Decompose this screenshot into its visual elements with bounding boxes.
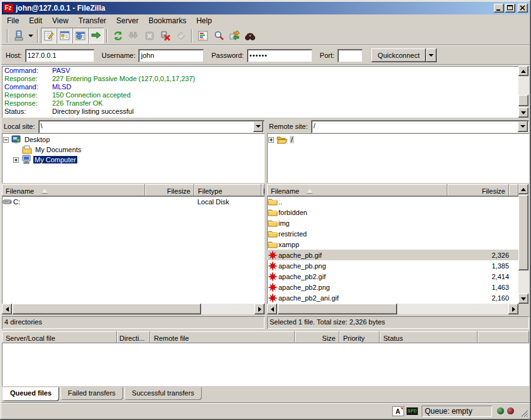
remote-hscrollbar[interactable]: [267, 304, 518, 314]
quickconnect-dropdown[interactable]: [426, 48, 437, 62]
port-input[interactable]: [337, 49, 363, 62]
scroll-left-button[interactable]: [2, 304, 12, 314]
close-icon: [518, 4, 528, 13]
receive-activity-led: [507, 407, 514, 414]
column-header-remote-file[interactable]: Remote file: [150, 331, 295, 343]
expand-icon[interactable]: [268, 137, 274, 143]
table-row-selected[interactable]: apache_pb.gif 2,326: [267, 250, 518, 260]
folder-icon: [268, 229, 278, 238]
column-header-size[interactable]: Size: [295, 331, 339, 343]
resize-grip[interactable]: [520, 409, 528, 417]
table-row[interactable]: ..: [267, 196, 518, 207]
chevron-down-icon: [256, 125, 261, 128]
column-header-filename[interactable]: Filename: [267, 184, 447, 196]
toggle-remote-tree-button[interactable]: [72, 28, 88, 43]
maximize-button[interactable]: [505, 4, 515, 13]
table-row[interactable]: forbidden: [267, 207, 518, 218]
column-header-status[interactable]: Status: [380, 331, 478, 343]
tree-item-desktop[interactable]: Desktop: [3, 135, 265, 145]
table-row[interactable]: C: Local Disk: [2, 196, 265, 207]
username-input[interactable]: [138, 49, 204, 62]
table-row[interactable]: apache_pb.png 1,385: [267, 260, 518, 271]
cancel-button[interactable]: [141, 28, 157, 43]
cancel-icon: [144, 30, 155, 41]
process-queue-button[interactable]: [126, 28, 141, 43]
local-site-combobox[interactable]: \: [38, 120, 265, 133]
scroll-right-button[interactable]: [508, 304, 518, 314]
local-site-dropdown[interactable]: [253, 121, 263, 132]
directory-comparison-button[interactable]: [226, 28, 242, 43]
minimize-icon: [494, 4, 504, 13]
comparison-icon: [229, 30, 240, 41]
menu-server[interactable]: Server: [111, 15, 143, 26]
log-scrollbar[interactable]: [518, 66, 529, 118]
remote-vscrollbar[interactable]: [518, 184, 529, 304]
table-row[interactable]: apache_pb2.png 1,463: [267, 282, 518, 292]
reconnect-button[interactable]: [173, 28, 189, 43]
menu-edit[interactable]: Edit: [24, 15, 47, 26]
quickconnect-button[interactable]: Quickconnect: [371, 48, 426, 62]
scroll-left-button[interactable]: [267, 304, 277, 314]
table-row[interactable]: xampp: [267, 239, 518, 250]
menu-bookmarks[interactable]: Bookmarks: [143, 15, 191, 26]
column-header-filetype[interactable]: Filetype: [194, 184, 261, 196]
tab-failed-transfers[interactable]: Failed transfers: [60, 387, 123, 400]
table-row[interactable]: restricted: [267, 228, 518, 239]
remote-site-dropdown[interactable]: [518, 121, 528, 132]
column-header-filename[interactable]: Filename: [2, 184, 145, 196]
column-header-server-local-file[interactable]: Server/Local file: [2, 331, 117, 343]
collapse-icon[interactable]: [3, 137, 9, 143]
table-row[interactable]: apache_pb2_ani.gif 2,160: [267, 292, 518, 303]
refresh-button[interactable]: [110, 28, 126, 43]
local-file-list: C: Local Disk: [2, 196, 265, 304]
password-input[interactable]: [247, 49, 312, 62]
log-label: Response:: [4, 99, 52, 108]
file-search-button[interactable]: [211, 28, 226, 43]
tab-successful-transfers[interactable]: Successful transfers: [124, 387, 202, 400]
tab-queued-files[interactable]: Queued files: [3, 387, 59, 401]
toggle-local-tree-button[interactable]: [57, 28, 72, 43]
menu-file[interactable]: File: [2, 15, 24, 26]
synchronized-browsing-button[interactable]: [242, 28, 258, 43]
close-button[interactable]: [518, 4, 528, 13]
scroll-up-button[interactable]: [518, 66, 528, 76]
local-treeview-icon: [59, 30, 70, 41]
scrollbar-thumb[interactable]: [518, 195, 528, 270]
tree-item-my-documents[interactable]: My Documents: [22, 145, 265, 155]
disconnect-button[interactable]: [157, 28, 173, 43]
toggle-message-log-button[interactable]: [41, 28, 57, 43]
column-header-filesize[interactable]: Filesize: [145, 184, 194, 196]
scrollbar-thumb[interactable]: [518, 95, 528, 106]
toggle-queue-view-button[interactable]: [88, 28, 104, 43]
column-header-priority[interactable]: Priority: [339, 331, 380, 343]
scroll-up-button[interactable]: [518, 184, 528, 194]
tree-item-root[interactable]: /: [268, 135, 529, 145]
remote-file-list: .. forbidden img restricted xampp apac: [267, 196, 518, 304]
menu-view[interactable]: View: [47, 15, 74, 26]
directory-listing-filter-button[interactable]: [195, 28, 211, 43]
column-header-direction[interactable]: Directi...: [117, 331, 150, 343]
host-input[interactable]: [25, 49, 94, 62]
site-manager-button[interactable]: [11, 28, 26, 43]
expand-icon[interactable]: [13, 157, 19, 163]
site-manager-dropdown[interactable]: [26, 28, 35, 43]
scrollbar-thumb[interactable]: [13, 304, 201, 314]
table-row[interactable]: img: [267, 218, 518, 228]
local-hscrollbar[interactable]: [2, 304, 265, 314]
arrow-down-icon: [521, 111, 526, 114]
column-header-filesize[interactable]: Filesize: [447, 184, 509, 196]
scroll-down-button[interactable]: [518, 108, 528, 118]
scrollbar-thumb[interactable]: [278, 304, 397, 314]
column-header-clipped[interactable]: L: [261, 184, 265, 196]
toolbar-separator: [106, 29, 107, 43]
titlebar[interactable]: Fz john@127.0.0.1 - FileZilla: [2, 2, 529, 14]
scroll-right-button[interactable]: [255, 304, 265, 314]
table-row[interactable]: apache_pb2.gif 2,414: [267, 271, 518, 282]
tree-item-my-computer[interactable]: My Computer: [13, 155, 265, 165]
menu-transfer[interactable]: Transfer: [74, 15, 111, 26]
minimize-button[interactable]: [494, 4, 504, 13]
type-marker-icon: [400, 407, 403, 410]
remote-site-combobox[interactable]: /: [311, 120, 529, 133]
scroll-down-button[interactable]: [518, 294, 528, 304]
menu-help[interactable]: Help: [191, 15, 217, 26]
